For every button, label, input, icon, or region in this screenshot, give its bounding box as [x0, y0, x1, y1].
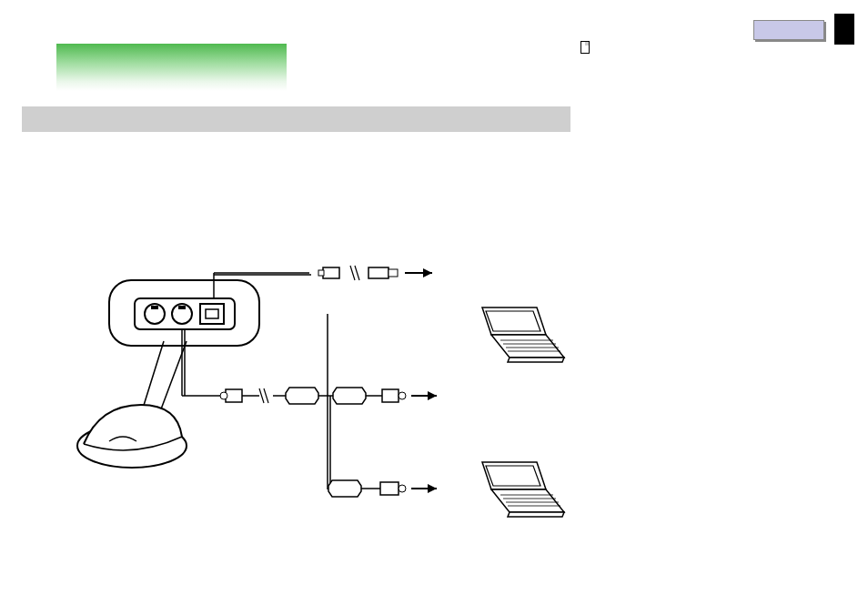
- svg-rect-14: [323, 267, 339, 278]
- section-tab: [834, 14, 854, 45]
- reference-page-icon: [580, 41, 590, 54]
- usb-arrow: [405, 268, 432, 277]
- svg-rect-15: [318, 270, 324, 276]
- connection-diagram: [55, 255, 710, 591]
- section-banner: [56, 44, 287, 91]
- svg-rect-29: [382, 389, 399, 402]
- svg-rect-16: [368, 267, 389, 278]
- svg-point-39: [399, 485, 406, 492]
- svg-marker-41: [428, 484, 437, 493]
- serial-cable: [328, 480, 406, 497]
- svg-rect-38: [380, 482, 399, 495]
- remote-receiver: [77, 405, 187, 468]
- svg-rect-17: [389, 269, 398, 277]
- svg-point-30: [399, 392, 406, 399]
- svg-point-24: [220, 392, 227, 399]
- svg-rect-23: [226, 389, 242, 402]
- ps2-arrow: [411, 391, 437, 400]
- serial-arrow: [411, 484, 437, 493]
- page-number-box: [753, 20, 824, 40]
- svg-rect-5: [178, 306, 186, 309]
- laptop-bottom: [482, 462, 564, 517]
- svg-marker-32: [428, 391, 437, 400]
- svg-line-8: [141, 341, 164, 414]
- svg-rect-3: [151, 306, 158, 309]
- svg-rect-7: [206, 309, 218, 318]
- ps2-cable: [220, 388, 406, 404]
- svg-marker-19: [423, 268, 432, 277]
- laptop-top: [482, 308, 564, 362]
- subsection-heading-bar: [22, 106, 570, 132]
